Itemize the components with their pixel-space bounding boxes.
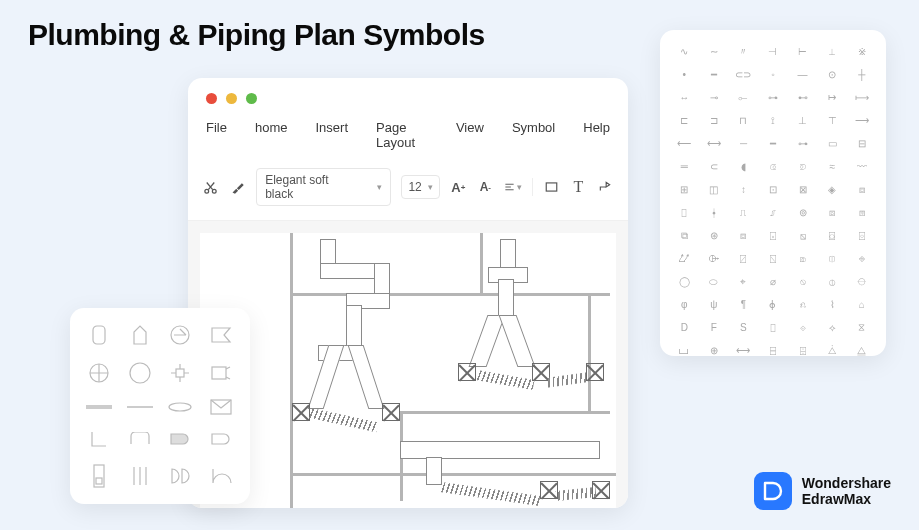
- minimize-icon[interactable]: [226, 93, 237, 104]
- shape-glyph-icon[interactable]: ◖: [733, 159, 754, 174]
- shape-glyph-icon[interactable]: ¶: [733, 297, 754, 312]
- shape-glyph-icon[interactable]: ⟷: [704, 136, 725, 151]
- canvas[interactable]: [200, 233, 616, 508]
- shape-glyph-icon[interactable]: ⊚: [792, 205, 813, 220]
- shape-glyph-icon[interactable]: ═: [674, 159, 695, 174]
- shape-glyph-icon[interactable]: ⬭: [704, 274, 725, 289]
- shape-glyph-icon[interactable]: ⍿: [704, 205, 725, 220]
- shape-glyph-icon[interactable]: 〃: [733, 44, 754, 59]
- shape-glyph-icon[interactable]: ⟷: [733, 343, 754, 358]
- text-tool-icon[interactable]: T: [570, 178, 587, 196]
- shape-glyph-icon[interactable]: ⌹: [792, 343, 813, 358]
- shape-glyph-icon[interactable]: ⧊: [822, 343, 843, 358]
- menu-home[interactable]: home: [255, 120, 288, 150]
- shape-glyph-icon[interactable]: ≈: [822, 159, 843, 174]
- close-icon[interactable]: [206, 93, 217, 104]
- shape-glyph-icon[interactable]: ⍁: [733, 251, 754, 266]
- shape-glyph-icon[interactable]: ⧉: [674, 228, 695, 243]
- increase-font-icon[interactable]: A+: [450, 178, 467, 196]
- shape-mail-icon[interactable]: [206, 397, 237, 417]
- shape-glyph-icon[interactable]: ⌻: [851, 228, 872, 243]
- shape-glyph-icon[interactable]: ⌴: [674, 343, 695, 358]
- menu-symbol[interactable]: Symbol: [512, 120, 555, 150]
- shape-cap-icon[interactable]: [125, 427, 156, 451]
- shape-glyph-icon[interactable]: ⊣: [763, 44, 784, 59]
- shape-glyph-icon[interactable]: ⊂⊃: [733, 67, 754, 82]
- shape-glyph-icon[interactable]: ⊶: [763, 90, 784, 105]
- menu-help[interactable]: Help: [583, 120, 610, 150]
- cut-icon[interactable]: [202, 178, 219, 196]
- rect-tool-icon[interactable]: [543, 178, 560, 196]
- connector-tool-icon[interactable]: [597, 178, 614, 196]
- shape-glyph-icon[interactable]: ⌸: [763, 343, 784, 358]
- shape-cylinder-icon[interactable]: [84, 322, 115, 348]
- shape-glyph-icon[interactable]: ⌖: [733, 274, 754, 289]
- align-icon[interactable]: ▾: [504, 178, 522, 196]
- shape-glyph-icon[interactable]: ⊤: [822, 113, 843, 128]
- shape-glyph-icon[interactable]: ⎄: [792, 251, 813, 266]
- shape-glyph-icon[interactable]: —: [792, 67, 813, 82]
- menu-insert[interactable]: Insert: [315, 120, 348, 150]
- shape-glyph-icon[interactable]: ⊸: [704, 90, 725, 105]
- shape-hslim-icon[interactable]: [125, 397, 156, 417]
- shape-node-icon[interactable]: [165, 358, 196, 386]
- shape-bullet-icon[interactable]: [165, 427, 196, 451]
- shape-glyph-icon[interactable]: ⊙: [822, 67, 843, 82]
- shape-glyph-icon[interactable]: ⟂: [822, 44, 843, 59]
- shape-box-conn-icon[interactable]: [206, 358, 237, 386]
- shape-glyph-icon[interactable]: ⍂: [763, 251, 784, 266]
- shape-glyph-icon[interactable]: ⌂: [851, 297, 872, 312]
- shape-bullet2-icon[interactable]: [206, 427, 237, 451]
- shape-glyph-icon[interactable]: ⍉: [792, 274, 813, 289]
- shape-bars-icon[interactable]: [125, 462, 156, 490]
- shape-glyph-icon[interactable]: ψ: [704, 297, 725, 312]
- shape-glyph-icon[interactable]: ⊏: [674, 113, 695, 128]
- shape-circle-icon[interactable]: [125, 358, 156, 386]
- shape-circle-valve-icon[interactable]: [165, 322, 196, 348]
- menu-page-layout[interactable]: Page Layout: [376, 120, 428, 150]
- shape-glyph-icon[interactable]: ━: [763, 136, 784, 151]
- shape-glyph-icon[interactable]: ⌷: [674, 205, 695, 220]
- menu-view[interactable]: View: [456, 120, 484, 150]
- shape-glyph-icon[interactable]: ⊂: [704, 159, 725, 174]
- shape-glyph-icon[interactable]: ⦵: [851, 274, 872, 289]
- shape-glyph-icon[interactable]: ▭: [822, 136, 843, 151]
- shape-glyph-icon[interactable]: ⊡: [763, 182, 784, 197]
- shape-glyph-icon[interactable]: ⊕: [704, 343, 725, 358]
- shape-dd-icon[interactable]: [165, 462, 196, 490]
- shape-glyph-icon[interactable]: ⟡: [822, 320, 843, 335]
- shape-arc-icon[interactable]: [206, 462, 237, 490]
- shape-glyph-icon[interactable]: ∼: [704, 44, 725, 59]
- shape-glyph-icon[interactable]: ⌼: [822, 228, 843, 243]
- shape-glyph-icon[interactable]: ※: [851, 44, 872, 59]
- shape-glyph-icon[interactable]: ⦶: [822, 274, 843, 289]
- shape-glyph-icon[interactable]: ⊠: [792, 182, 813, 197]
- shape-glyph-icon[interactable]: ⌇: [822, 297, 843, 312]
- shape-glyph-icon[interactable]: ⟐: [792, 320, 813, 335]
- shape-glyph-icon[interactable]: ⌷: [763, 320, 784, 335]
- shape-glyph-icon[interactable]: F: [704, 320, 725, 335]
- shape-glyph-icon[interactable]: ⊶: [792, 136, 813, 151]
- decrease-font-icon[interactable]: A-: [477, 178, 494, 196]
- maximize-icon[interactable]: [246, 93, 257, 104]
- shape-glyph-icon[interactable]: ⌱: [704, 251, 725, 266]
- shape-glyph-icon[interactable]: ◯: [674, 274, 695, 289]
- format-brush-icon[interactable]: [229, 178, 246, 196]
- menu-file[interactable]: File: [206, 120, 227, 150]
- shape-glyph-icon[interactable]: ⎍: [733, 205, 754, 220]
- shape-glyph-icon[interactable]: ━: [704, 67, 725, 82]
- shape-glyph-icon[interactable]: ⧋: [851, 343, 872, 358]
- shape-glyph-icon[interactable]: ⟟: [763, 113, 784, 128]
- shape-glyph-icon[interactable]: ⌺: [763, 228, 784, 243]
- shape-glyph-icon[interactable]: ⧈: [733, 228, 754, 243]
- shape-hbar-icon[interactable]: [84, 397, 115, 417]
- shape-glyph-icon[interactable]: ⟜: [733, 90, 754, 105]
- shape-glyph-icon[interactable]: ⟄: [792, 159, 813, 174]
- shape-glyph-icon[interactable]: ⊥: [792, 113, 813, 128]
- shape-glyph-icon[interactable]: ⌀: [763, 274, 784, 289]
- shape-glyph-icon[interactable]: ⟵: [674, 136, 695, 151]
- shape-glyph-icon[interactable]: ⊟: [851, 136, 872, 151]
- font-select[interactable]: Elegant soft black ▾: [256, 168, 391, 206]
- shape-compass-icon[interactable]: [84, 358, 115, 386]
- shape-glyph-icon[interactable]: ┼: [851, 67, 872, 82]
